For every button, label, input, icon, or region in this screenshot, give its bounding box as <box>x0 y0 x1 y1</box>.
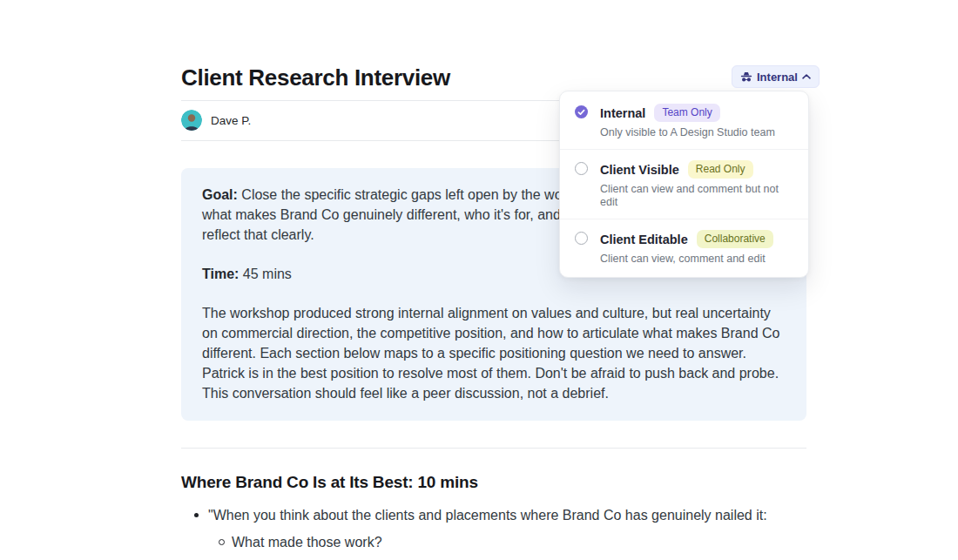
time-label: Time: <box>202 267 239 281</box>
goal-body: The workshop produced strong internal al… <box>202 303 786 403</box>
status-badge: Collaborative <box>697 230 773 248</box>
author-name: Dave P. <box>211 114 251 127</box>
status-badge: Team Only <box>654 104 719 122</box>
divider <box>181 448 806 449</box>
radio-unselected-icon[interactable] <box>575 232 588 245</box>
incognito-icon <box>740 71 752 83</box>
list-item: "When you think about the clients and pl… <box>181 505 806 525</box>
visibility-menu: Internal Team Only Only visible to A Des… <box>559 91 809 278</box>
menu-item-client-visible[interactable]: Client Visible Read Only Client can view… <box>560 149 808 219</box>
menu-item-label: Client Visible <box>600 163 679 177</box>
visibility-button[interactable]: Internal <box>732 65 820 88</box>
menu-item-description: Client can view and comment but not edit <box>600 183 794 209</box>
menu-item-description: Client can view, comment and edit <box>600 253 773 266</box>
menu-item-label: Client Editable <box>600 233 688 246</box>
menu-item-internal[interactable]: Internal Team Only Only visible to A Des… <box>560 93 808 149</box>
radio-unselected-icon[interactable] <box>575 162 588 175</box>
menu-item-label: Internal <box>600 106 645 120</box>
avatar <box>181 110 202 131</box>
radio-selected-icon[interactable] <box>575 105 588 118</box>
menu-item-body: Internal Team Only Only visible to A Des… <box>600 104 775 139</box>
page-title: Client Research Interview <box>181 65 806 90</box>
list-item: What did Brand Co do that another agency… <box>181 557 806 560</box>
menu-item-description: Only visible to A Design Studio team <box>600 126 775 139</box>
page: { "page": { "title": "Client Research In… <box>0 0 958 560</box>
section-heading: Where Brand Co Is at Its Best: 10 mins <box>181 472 806 492</box>
list-item: What made those work? <box>181 532 806 552</box>
menu-item-title-row: Internal Team Only <box>600 104 775 122</box>
goal-label: Goal: <box>202 187 238 202</box>
menu-item-body: Client Visible Read Only Client can view… <box>600 160 794 209</box>
document: Client Research Interview Dave P. Goal: … <box>181 0 806 560</box>
question-list: "When you think about the clients and pl… <box>181 505 806 560</box>
menu-item-title-row: Client Visible Read Only <box>600 160 794 179</box>
menu-item-body: Client Editable Collaborative Client can… <box>600 230 773 266</box>
status-badge: Read Only <box>688 160 753 179</box>
menu-item-client-editable[interactable]: Client Editable Collaborative Client can… <box>560 219 808 275</box>
sub-question-list: What made those work? What did Brand Co … <box>181 532 806 560</box>
menu-item-title-row: Client Editable Collaborative <box>600 230 773 248</box>
sub-list-wrapper: What made those work? What did Brand Co … <box>181 532 806 560</box>
chevron-up-icon <box>802 74 811 79</box>
check-icon <box>577 109 585 116</box>
time-text: 45 mins <box>239 267 291 281</box>
visibility-button-label: Internal <box>757 71 798 84</box>
